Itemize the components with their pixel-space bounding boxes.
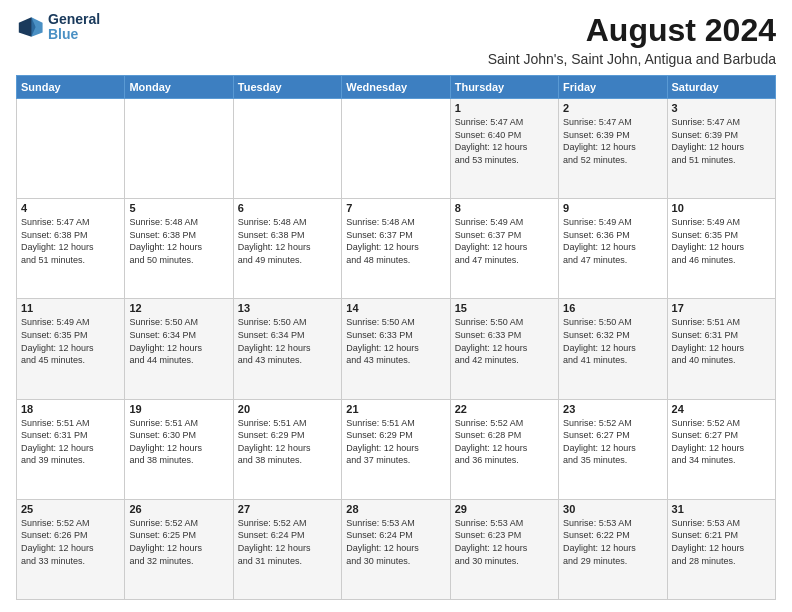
main-title: August 2024 — [488, 12, 776, 49]
day-info: Sunrise: 5:51 AM Sunset: 6:31 PM Dayligh… — [672, 316, 771, 366]
day-info: Sunrise: 5:53 AM Sunset: 6:24 PM Dayligh… — [346, 517, 445, 567]
day-info: Sunrise: 5:49 AM Sunset: 6:37 PM Dayligh… — [455, 216, 554, 266]
day-info: Sunrise: 5:52 AM Sunset: 6:27 PM Dayligh… — [563, 417, 662, 467]
calendar-cell — [125, 99, 233, 199]
day-number: 24 — [672, 403, 771, 415]
day-number: 2 — [563, 102, 662, 114]
calendar-cell: 20Sunrise: 5:51 AM Sunset: 6:29 PM Dayli… — [233, 399, 341, 499]
day-number: 21 — [346, 403, 445, 415]
day-info: Sunrise: 5:53 AM Sunset: 6:22 PM Dayligh… — [563, 517, 662, 567]
calendar-cell: 22Sunrise: 5:52 AM Sunset: 6:28 PM Dayli… — [450, 399, 558, 499]
calendar-cell: 30Sunrise: 5:53 AM Sunset: 6:22 PM Dayli… — [559, 499, 667, 599]
day-number: 23 — [563, 403, 662, 415]
day-number: 16 — [563, 302, 662, 314]
calendar-cell: 9Sunrise: 5:49 AM Sunset: 6:36 PM Daylig… — [559, 199, 667, 299]
day-number: 6 — [238, 202, 337, 214]
day-number: 5 — [129, 202, 228, 214]
day-number: 15 — [455, 302, 554, 314]
calendar-cell: 17Sunrise: 5:51 AM Sunset: 6:31 PM Dayli… — [667, 299, 775, 399]
day-info: Sunrise: 5:51 AM Sunset: 6:31 PM Dayligh… — [21, 417, 120, 467]
weekday-header: Thursday — [450, 76, 558, 99]
calendar-header-row: SundayMondayTuesdayWednesdayThursdayFrid… — [17, 76, 776, 99]
day-number: 3 — [672, 102, 771, 114]
calendar-week-row: 4Sunrise: 5:47 AM Sunset: 6:38 PM Daylig… — [17, 199, 776, 299]
calendar-cell: 11Sunrise: 5:49 AM Sunset: 6:35 PM Dayli… — [17, 299, 125, 399]
weekday-header: Monday — [125, 76, 233, 99]
day-number: 13 — [238, 302, 337, 314]
logo-icon — [16, 13, 44, 41]
calendar-cell: 25Sunrise: 5:52 AM Sunset: 6:26 PM Dayli… — [17, 499, 125, 599]
weekday-header: Wednesday — [342, 76, 450, 99]
day-number: 18 — [21, 403, 120, 415]
calendar-table: SundayMondayTuesdayWednesdayThursdayFrid… — [16, 75, 776, 600]
weekday-header: Friday — [559, 76, 667, 99]
calendar-cell: 6Sunrise: 5:48 AM Sunset: 6:38 PM Daylig… — [233, 199, 341, 299]
calendar-cell: 23Sunrise: 5:52 AM Sunset: 6:27 PM Dayli… — [559, 399, 667, 499]
calendar-cell: 2Sunrise: 5:47 AM Sunset: 6:39 PM Daylig… — [559, 99, 667, 199]
calendar-cell: 24Sunrise: 5:52 AM Sunset: 6:27 PM Dayli… — [667, 399, 775, 499]
day-number: 12 — [129, 302, 228, 314]
logo-text: General Blue — [48, 12, 100, 43]
calendar-cell — [233, 99, 341, 199]
calendar-cell: 26Sunrise: 5:52 AM Sunset: 6:25 PM Dayli… — [125, 499, 233, 599]
calendar-cell: 16Sunrise: 5:50 AM Sunset: 6:32 PM Dayli… — [559, 299, 667, 399]
day-number: 28 — [346, 503, 445, 515]
day-info: Sunrise: 5:47 AM Sunset: 6:39 PM Dayligh… — [563, 116, 662, 166]
subtitle: Saint John's, Saint John, Antigua and Ba… — [488, 51, 776, 67]
calendar-cell: 31Sunrise: 5:53 AM Sunset: 6:21 PM Dayli… — [667, 499, 775, 599]
day-number: 11 — [21, 302, 120, 314]
calendar-week-row: 25Sunrise: 5:52 AM Sunset: 6:26 PM Dayli… — [17, 499, 776, 599]
day-info: Sunrise: 5:47 AM Sunset: 6:38 PM Dayligh… — [21, 216, 120, 266]
calendar-cell: 8Sunrise: 5:49 AM Sunset: 6:37 PM Daylig… — [450, 199, 558, 299]
day-number: 31 — [672, 503, 771, 515]
title-block: August 2024 Saint John's, Saint John, An… — [488, 12, 776, 67]
day-info: Sunrise: 5:50 AM Sunset: 6:33 PM Dayligh… — [346, 316, 445, 366]
weekday-header: Saturday — [667, 76, 775, 99]
day-number: 1 — [455, 102, 554, 114]
day-info: Sunrise: 5:50 AM Sunset: 6:32 PM Dayligh… — [563, 316, 662, 366]
weekday-header: Tuesday — [233, 76, 341, 99]
day-info: Sunrise: 5:52 AM Sunset: 6:24 PM Dayligh… — [238, 517, 337, 567]
day-number: 29 — [455, 503, 554, 515]
day-number: 4 — [21, 202, 120, 214]
day-info: Sunrise: 5:52 AM Sunset: 6:27 PM Dayligh… — [672, 417, 771, 467]
logo: General Blue — [16, 12, 100, 43]
day-info: Sunrise: 5:53 AM Sunset: 6:23 PM Dayligh… — [455, 517, 554, 567]
weekday-header: Sunday — [17, 76, 125, 99]
day-number: 7 — [346, 202, 445, 214]
calendar-cell: 13Sunrise: 5:50 AM Sunset: 6:34 PM Dayli… — [233, 299, 341, 399]
day-number: 10 — [672, 202, 771, 214]
day-number: 22 — [455, 403, 554, 415]
day-info: Sunrise: 5:51 AM Sunset: 6:30 PM Dayligh… — [129, 417, 228, 467]
day-info: Sunrise: 5:49 AM Sunset: 6:35 PM Dayligh… — [672, 216, 771, 266]
day-info: Sunrise: 5:51 AM Sunset: 6:29 PM Dayligh… — [346, 417, 445, 467]
calendar-cell: 18Sunrise: 5:51 AM Sunset: 6:31 PM Dayli… — [17, 399, 125, 499]
day-info: Sunrise: 5:48 AM Sunset: 6:37 PM Dayligh… — [346, 216, 445, 266]
day-number: 19 — [129, 403, 228, 415]
calendar-week-row: 1Sunrise: 5:47 AM Sunset: 6:40 PM Daylig… — [17, 99, 776, 199]
day-number: 17 — [672, 302, 771, 314]
calendar-cell: 21Sunrise: 5:51 AM Sunset: 6:29 PM Dayli… — [342, 399, 450, 499]
day-info: Sunrise: 5:50 AM Sunset: 6:34 PM Dayligh… — [238, 316, 337, 366]
logo-line2: Blue — [48, 26, 78, 42]
calendar-week-row: 18Sunrise: 5:51 AM Sunset: 6:31 PM Dayli… — [17, 399, 776, 499]
calendar-cell: 27Sunrise: 5:52 AM Sunset: 6:24 PM Dayli… — [233, 499, 341, 599]
calendar-cell: 4Sunrise: 5:47 AM Sunset: 6:38 PM Daylig… — [17, 199, 125, 299]
day-number: 14 — [346, 302, 445, 314]
calendar-cell: 14Sunrise: 5:50 AM Sunset: 6:33 PM Dayli… — [342, 299, 450, 399]
logo-line1: General — [48, 12, 100, 27]
calendar-week-row: 11Sunrise: 5:49 AM Sunset: 6:35 PM Dayli… — [17, 299, 776, 399]
day-number: 26 — [129, 503, 228, 515]
calendar-cell: 10Sunrise: 5:49 AM Sunset: 6:35 PM Dayli… — [667, 199, 775, 299]
calendar-cell: 19Sunrise: 5:51 AM Sunset: 6:30 PM Dayli… — [125, 399, 233, 499]
day-info: Sunrise: 5:50 AM Sunset: 6:33 PM Dayligh… — [455, 316, 554, 366]
calendar-cell: 3Sunrise: 5:47 AM Sunset: 6:39 PM Daylig… — [667, 99, 775, 199]
day-info: Sunrise: 5:49 AM Sunset: 6:36 PM Dayligh… — [563, 216, 662, 266]
day-info: Sunrise: 5:52 AM Sunset: 6:25 PM Dayligh… — [129, 517, 228, 567]
calendar-cell: 28Sunrise: 5:53 AM Sunset: 6:24 PM Dayli… — [342, 499, 450, 599]
day-info: Sunrise: 5:49 AM Sunset: 6:35 PM Dayligh… — [21, 316, 120, 366]
day-info: Sunrise: 5:48 AM Sunset: 6:38 PM Dayligh… — [129, 216, 228, 266]
calendar-cell — [17, 99, 125, 199]
calendar-cell: 15Sunrise: 5:50 AM Sunset: 6:33 PM Dayli… — [450, 299, 558, 399]
day-info: Sunrise: 5:50 AM Sunset: 6:34 PM Dayligh… — [129, 316, 228, 366]
